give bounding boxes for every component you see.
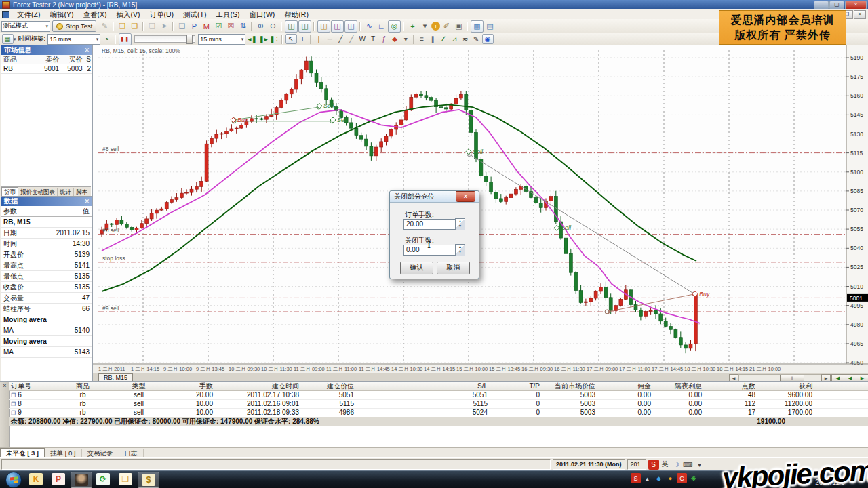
menu-查看X[interactable]: 查看(X): [78, 9, 111, 19]
vline-tool-icon[interactable]: |: [314, 35, 324, 43]
menu-帮助R[interactable]: 帮助(R): [279, 9, 313, 19]
calendar-caret-icon[interactable]: ▾: [14, 37, 16, 42]
chart-offset-icon[interactable]: ◫: [298, 20, 311, 33]
angle-tool-icon[interactable]: ∠: [439, 35, 449, 43]
taskbar-app-files[interactable]: ❒: [115, 472, 136, 487]
tray-dot-icon[interactable]: ●: [665, 473, 675, 483]
pencil-tool-icon[interactable]: ✎: [471, 35, 481, 43]
speed-slider-thumb[interactable]: [186, 35, 193, 44]
edit-disabled-icon[interactable]: ✎: [99, 21, 111, 32]
step-split-icon[interactable]: ❚÷: [269, 35, 279, 43]
shapes-tool-icon[interactable]: ◆: [390, 35, 400, 43]
ime-moon-icon[interactable]: ☽: [671, 460, 682, 470]
order-lots-spinner[interactable]: ▲▼: [455, 218, 465, 230]
statistics-icon[interactable]: ∟: [376, 21, 387, 32]
account-window-icon[interactable]: ◫: [317, 20, 330, 33]
new-project-icon[interactable]: ❑: [176, 21, 188, 32]
taskbar-app-avatar[interactable]: [71, 472, 92, 488]
menu-插入V[interactable]: 插入(V): [111, 9, 144, 19]
menu-编辑Y[interactable]: 编辑(Y): [45, 9, 78, 19]
line-chart-icon[interactable]: ∿: [363, 21, 375, 32]
pause-button[interactable]: ❚❚: [119, 33, 132, 45]
speed-slider[interactable]: [134, 35, 195, 43]
chart-mode-icon[interactable]: ◫: [331, 20, 344, 33]
tray-caret-icon[interactable]: ▴: [642, 473, 652, 483]
chart-shift-icon[interactable]: ◫: [285, 20, 298, 33]
order-lots-input[interactable]: 20.00: [403, 219, 456, 230]
zoom-in-icon[interactable]: ⊕: [255, 21, 267, 32]
text-tool-icon[interactable]: T: [368, 35, 378, 43]
trendline-tool-icon[interactable]: ╱: [336, 35, 346, 43]
bottom-tab-0[interactable]: 未平仓 [ 3 ]: [0, 448, 45, 458]
fibonacci-tool-icon[interactable]: ƒ: [379, 35, 389, 43]
add-caret-icon[interactable]: ▾: [419, 21, 431, 32]
minimize-button[interactable]: –: [814, 1, 829, 9]
marker-icon[interactable]: M: [201, 21, 212, 32]
speed-select[interactable]: 15 mins▾: [198, 34, 245, 45]
updown-icon[interactable]: ⇅: [237, 21, 249, 32]
lang-cn-icon[interactable]: 英: [660, 460, 671, 470]
depth-table-icon[interactable]: ▤: [484, 21, 496, 32]
dialog-close-button[interactable]: x: [456, 191, 475, 202]
shapes-caret-icon[interactable]: ▾: [401, 35, 411, 43]
level-tool-icon[interactable]: ≂: [460, 35, 471, 43]
wave-tool-icon[interactable]: W: [357, 35, 368, 43]
pointer-tool-icon[interactable]: ↖: [285, 34, 297, 44]
mdi-close-button[interactable]: ✕: [854, 10, 866, 19]
zoom-out-icon[interactable]: ⊖: [267, 21, 279, 32]
copy-chart-icon[interactable]: ❏: [129, 21, 140, 32]
taskbar-app-trading[interactable]: $: [138, 472, 159, 488]
layout-icon[interactable]: ▦: [471, 20, 484, 33]
pause-point-icon[interactable]: P: [189, 21, 200, 32]
order-row[interactable]: ❐8rbsell10.002011.02.16 09:0151155115050…: [9, 399, 868, 409]
data-panel-close-icon[interactable]: ✕: [84, 198, 90, 205]
menu-测试T[interactable]: 测试(T): [178, 9, 211, 19]
vlines-set-icon[interactable]: ∥: [428, 35, 438, 43]
ime-keyboard-icon[interactable]: ⌨: [683, 460, 694, 470]
magnet-tool-icon[interactable]: ◉: [482, 34, 494, 44]
market-tab-1[interactable]: 报价变动图表: [18, 188, 58, 196]
step-forward-icon[interactable]: ❚▸: [258, 35, 269, 43]
stop-test-button[interactable]: Stop Test: [52, 20, 96, 32]
hlines-set-icon[interactable]: ≡: [417, 35, 427, 43]
orders-panel-close-icon[interactable]: ×: [0, 382, 9, 389]
channel-tool-icon[interactable]: ⊿: [450, 35, 460, 43]
chart-window[interactable]: BuySellSellSellSellBuy#8 sell#6 sellstop…: [92, 45, 868, 381]
hline-tool-icon[interactable]: ─: [325, 35, 335, 43]
tray-s-icon[interactable]: S: [631, 473, 641, 483]
taskbar-app-browser[interactable]: ⟳: [93, 472, 113, 487]
market-tab-2[interactable]: 统计: [58, 188, 74, 196]
menu-文件Z[interactable]: 文件(Z): [12, 9, 45, 19]
close-button[interactable]: ×: [845, 1, 867, 9]
taskbar-app-powerpoint[interactable]: P: [48, 472, 68, 487]
start-button[interactable]: [5, 472, 22, 488]
snapshot-icon[interactable]: ▣: [453, 21, 465, 32]
taskbar-app-k[interactable]: K: [26, 472, 46, 487]
calendar-icon[interactable]: ▦: [2, 34, 14, 44]
tray-leaf-icon[interactable]: ❋: [688, 473, 698, 483]
tray-c-icon[interactable]: C: [677, 473, 687, 483]
check-icon[interactable]: ☑: [213, 21, 224, 32]
panes-icon[interactable]: ◫: [344, 20, 357, 33]
confirm-button[interactable]: 确认: [400, 262, 433, 274]
market-tab-3[interactable]: 脚本: [74, 188, 90, 196]
timeframe-select[interactable]: 15 mins▾: [47, 34, 100, 45]
cancel-icon[interactable]: ☒: [225, 21, 237, 32]
crosshair-tool-icon[interactable]: +: [298, 35, 308, 43]
add-indicator-icon[interactable]: +: [407, 21, 418, 32]
indicators-icon[interactable]: ◎: [388, 20, 401, 33]
order-row[interactable]: ❐6rbsell20.002011.02.17 10:3850515051050…: [9, 390, 868, 400]
menu-窗口W[interactable]: 窗口(W): [244, 9, 279, 19]
maximize-button[interactable]: ▢: [829, 1, 844, 9]
menu-工具S[interactable]: 工具(S): [211, 9, 244, 19]
candlestick-chart[interactable]: BuySellSellSellSellBuy#8 sell#6 sellstop…: [93, 45, 868, 374]
ray-tool-icon[interactable]: ╱: [347, 35, 357, 43]
brush-icon[interactable]: ✐: [441, 21, 452, 32]
step-back-icon[interactable]: ◂❚: [248, 35, 258, 43]
test-mode-select[interactable]: 测试模式▾: [1, 21, 50, 32]
globe-icon[interactable]: ◔: [101, 34, 113, 45]
paste-icon[interactable]: ❏: [146, 21, 158, 32]
market-tab-0[interactable]: 货币: [1, 187, 18, 196]
lang-caret-icon[interactable]: ▾: [694, 460, 705, 470]
close-lots-spinner[interactable]: ▲▼: [455, 244, 465, 256]
